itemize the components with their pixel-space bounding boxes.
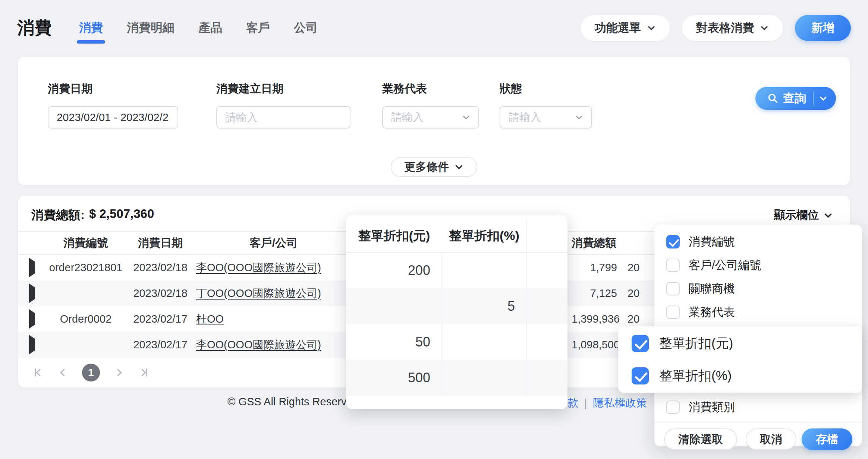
customer-link[interactable]: 杜OO [196, 313, 224, 325]
grand-total-value: $ 2,507,360 [89, 207, 154, 224]
filter-created-date: 消費建立日期 [216, 81, 350, 129]
drag-preview-row: 500 [346, 360, 567, 396]
chevron-down-icon[interactable] [819, 94, 828, 103]
chevron-down-icon [462, 113, 470, 121]
status-select[interactable]: 請輸入 [500, 106, 592, 129]
col-customer: 客戶/公司 [190, 235, 357, 251]
col-order-no: 消費編號 [41, 235, 130, 251]
search-button[interactable]: 查詢 [755, 87, 836, 110]
filter-panel: 消費日期 消費建立日期 業務代表 請輸入 狀態 請輸入 查詢 [18, 57, 850, 185]
checkbox-icon[interactable] [666, 306, 680, 319]
next-page-icon[interactable] [114, 367, 125, 378]
checkbox-icon[interactable] [666, 282, 680, 295]
terms-link-fragment[interactable]: 款 [567, 396, 578, 411]
filter-label: 消費建立日期 [216, 81, 350, 96]
column-option[interactable]: 客戶/公司編號 [654, 253, 862, 277]
checkbox-icon[interactable] [632, 335, 649, 352]
first-page-icon[interactable] [33, 367, 43, 378]
drag-preview-row: 5 [346, 288, 567, 324]
column-option[interactable]: 消費類別 [654, 395, 862, 419]
add-button[interactable]: 新增 [795, 15, 851, 41]
col-discount-amount: 整單折扣(元) [346, 227, 442, 244]
order-no-cell: Order0002 [41, 313, 130, 325]
customer-link[interactable]: 李OO(OOO國際旅遊公司) [196, 262, 321, 273]
grand-total: 消費總額: $ 2,507,360 [31, 207, 154, 224]
col-total: 消費總額 [572, 235, 620, 251]
drag-preview-row: 200 [346, 253, 567, 288]
tab-product[interactable]: 產品 [198, 16, 223, 40]
filter-consumption-date: 消費日期 [48, 81, 178, 129]
save-button[interactable]: 存檔 [802, 428, 852, 450]
drag-preview-row: 50 [346, 324, 567, 360]
drag-preview-header: 整單折扣(元) 整單折扣(%) [346, 220, 567, 253]
tab-company[interactable]: 公司 [293, 16, 318, 40]
page-title: 消費 [17, 16, 52, 39]
tab-consumption[interactable]: 消費 [78, 16, 104, 40]
total-cell: 1,799 [572, 262, 620, 274]
checkbox-icon[interactable] [666, 235, 680, 249]
filter-status: 狀態 請輸入 [500, 81, 592, 129]
row-expand-icon[interactable] [29, 284, 35, 303]
filter-label: 業務代表 [382, 81, 479, 96]
row-expand-icon[interactable] [29, 335, 35, 354]
dragged-columns-preview[interactable]: 整單折扣(元) 整單折扣(%) 200 5 50 500 [346, 215, 567, 409]
customer-link[interactable]: 李OO(OOO國際旅遊公司) [196, 339, 321, 351]
customer-cell: 丁OO(OOO國際旅遊公司) [190, 286, 357, 301]
search-icon [767, 93, 779, 104]
function-menu-button[interactable]: 功能選單 [581, 15, 670, 41]
order-no-cell: order23021801 [41, 262, 130, 274]
column-option[interactable]: 關聯商機 [654, 277, 862, 300]
checkbox-icon[interactable] [666, 401, 680, 414]
col-partial [526, 220, 567, 252]
column-chooser-popover: 消費編號 客戶/公司編號 關聯商機 業務代表 消費類別 清除選取 [654, 225, 862, 446]
column-option[interactable]: 消費編號 [654, 230, 862, 253]
row-expand-icon[interactable] [29, 258, 35, 277]
display-columns-toggle[interactable]: 顯示欄位 [774, 208, 837, 223]
chevron-down-icon [454, 162, 464, 172]
chooser-actions: 清除選取 取消 存檔 [654, 422, 862, 450]
button-divider [813, 91, 814, 105]
consumption-date-range-input[interactable] [48, 106, 178, 129]
chevron-down-icon [575, 113, 583, 121]
customer-cell: 杜OO [190, 312, 357, 327]
dragging-options-card[interactable]: 整單折扣(元) 整單折扣(%) [618, 326, 862, 393]
column-options: 消費編號 客戶/公司編號 關聯商機 業務代表 [654, 225, 862, 324]
chevron-down-icon [647, 23, 656, 32]
tab-customer[interactable]: 客戶 [245, 16, 271, 40]
cancel-button[interactable]: 取消 [746, 428, 796, 450]
created-date-input[interactable] [216, 106, 350, 129]
customer-cell: 李OO(OOO國際旅遊公司) [190, 338, 357, 352]
tab-consumption-detail[interactable]: 消費明細 [126, 16, 175, 40]
customer-link[interactable]: 丁OO(OOO國際旅遊公司) [196, 287, 321, 299]
clear-selection-button[interactable]: 清除選取 [664, 428, 737, 450]
filter-label: 消費日期 [48, 81, 178, 96]
column-option-dragging[interactable]: 整單折扣(%) [618, 360, 862, 392]
chevron-down-icon [760, 23, 769, 32]
date-cell: 2023/02/18 [130, 287, 190, 300]
customer-cell: 李OO(OOO國際旅遊公司) [190, 260, 357, 275]
footer-links: 款 | 隱私權政策 [567, 396, 647, 411]
col-date: 消費日期 [130, 235, 190, 251]
total-cell: 1,098,500 [572, 339, 620, 351]
column-option-dragging[interactable]: 整單折扣(元) [618, 327, 862, 360]
checkbox-icon[interactable] [632, 367, 649, 384]
chevron-down-icon [823, 210, 833, 220]
current-page-indicator[interactable]: 1 [82, 364, 100, 382]
total-cell: 7,125 [572, 287, 620, 300]
col-discount-percent: 整單折扣(%) [442, 227, 526, 244]
topbar-actions: 功能選單 對表格消費 新增 [581, 15, 851, 41]
footer-separator: | [584, 397, 587, 409]
last-page-icon[interactable] [139, 367, 149, 378]
table-action-button[interactable]: 對表格消費 [682, 15, 783, 41]
more-conditions-button[interactable]: 更多條件 [391, 157, 477, 177]
row-expand-icon[interactable] [29, 309, 35, 329]
date-cell: 2023/02/17 [130, 339, 190, 351]
privacy-policy-link[interactable]: 隱私權政策 [593, 396, 647, 411]
sales-rep-select[interactable]: 請輸入 [382, 106, 479, 129]
checkbox-icon[interactable] [666, 259, 680, 272]
date-cell: 2023/02/17 [130, 313, 190, 325]
previous-page-icon[interactable] [57, 367, 68, 378]
column-option[interactable]: 業務代表 [654, 300, 862, 324]
date-cell: 2023/02/18 [130, 262, 190, 274]
consumption-page: 消費 消費 消費明細 產品 客戶 公司 功能選單 對表格消費 新增 消費日期 [0, 0, 868, 459]
